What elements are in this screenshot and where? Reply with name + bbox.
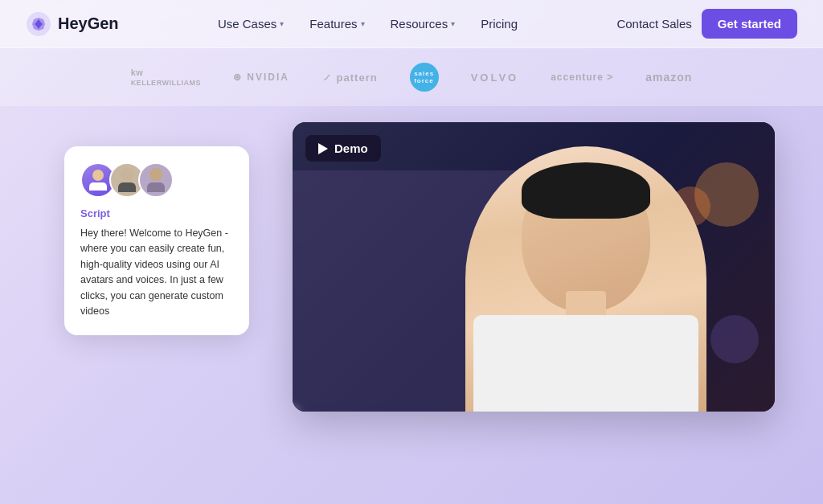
script-card: Script Hey there! Welcome to HeyGen - wh… bbox=[64, 146, 249, 335]
nav-right: Contact Sales Get started bbox=[616, 9, 797, 39]
nav-links: Use Cases ▾ Features ▾ Resources ▾ Prici… bbox=[208, 10, 527, 37]
demo-badge[interactable]: Demo bbox=[305, 135, 381, 162]
script-text: Hey there! Welcome to HeyGen - where you… bbox=[80, 226, 233, 319]
heygen-logo-icon bbox=[26, 11, 51, 37]
nav-resources[interactable]: Resources ▾ bbox=[381, 10, 465, 37]
script-label: Script bbox=[80, 207, 233, 219]
video-card[interactable]: Demo bbox=[293, 122, 775, 412]
logo-accenture: accenture > bbox=[551, 72, 613, 83]
logos-bar: kwKELLERWILLIAMS ⊛ NVIDIA ⟋ pattern sale… bbox=[0, 48, 823, 106]
video-background: Demo bbox=[293, 122, 775, 412]
chevron-down-icon: ▾ bbox=[361, 19, 365, 28]
play-icon bbox=[318, 143, 328, 154]
chevron-down-icon: ▾ bbox=[280, 19, 284, 28]
get-started-button[interactable]: Get started bbox=[702, 9, 797, 39]
nav-use-cases[interactable]: Use Cases ▾ bbox=[208, 10, 293, 37]
logo-pattern: ⟋ pattern bbox=[321, 72, 378, 84]
nav-pricing[interactable]: Pricing bbox=[471, 10, 527, 37]
contact-sales-link[interactable]: Contact Sales bbox=[616, 17, 691, 31]
brand-name: HeyGen bbox=[58, 14, 119, 33]
main-content: Script Hey there! Welcome to HeyGen - wh… bbox=[0, 106, 823, 504]
logo-amazon: amazon bbox=[645, 71, 692, 84]
demo-label: Demo bbox=[334, 141, 368, 155]
chevron-down-icon: ▾ bbox=[451, 19, 455, 28]
logo-volvo: VOLVO bbox=[471, 72, 519, 84]
logo-nvidia: ⊛ NVIDIA bbox=[233, 72, 289, 83]
logo-salesforce: salesforce bbox=[410, 63, 439, 92]
nav-features[interactable]: Features ▾ bbox=[300, 10, 374, 37]
navbar: HeyGen Use Cases ▾ Features ▾ Resources … bbox=[0, 0, 823, 48]
video-person bbox=[445, 122, 727, 412]
logo-kw: kwKELLERWILLIAMS bbox=[131, 68, 201, 87]
logo[interactable]: HeyGen bbox=[26, 11, 119, 37]
avatar-3 bbox=[138, 162, 174, 198]
avatars-row bbox=[80, 162, 233, 198]
